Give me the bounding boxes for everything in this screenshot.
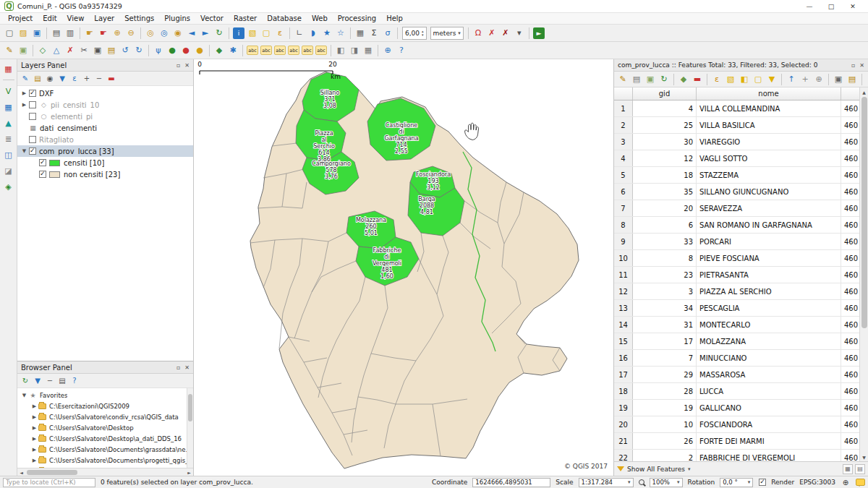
menu-web[interactable]: Web	[307, 13, 333, 24]
table-row[interactable]: 1123PIETRASANTA460	[614, 267, 859, 283]
row-number-cell[interactable]: 8	[614, 217, 633, 233]
show-layout-manager-icon[interactable]: ▥	[64, 27, 77, 40]
row-number-cell[interactable]: 15	[614, 333, 633, 349]
row-number-cell[interactable]: 9	[614, 234, 633, 249]
label-abc-4-icon[interactable]: abc	[288, 46, 299, 55]
label-abc-2-icon[interactable]: abc	[260, 46, 272, 55]
table-cell[interactable]: 460	[841, 100, 859, 116]
table-view-icon[interactable]: ▦	[843, 464, 853, 474]
browser-refresh-icon[interactable]: ↻	[20, 375, 31, 387]
column-header-col3[interactable]	[841, 87, 859, 100]
add-wms-layer-icon[interactable]: ◈	[2, 180, 15, 193]
attr-filter-select-icon[interactable]: ▼	[765, 73, 778, 86]
table-cell[interactable]: 4	[633, 100, 697, 116]
table-cell[interactable]: 3	[633, 283, 697, 299]
toggle-editing-icon[interactable]: ✎	[3, 44, 16, 57]
maximize-button[interactable]: □	[820, 1, 842, 12]
scroll-up-icon[interactable]: ▲	[860, 87, 868, 96]
save-project-icon[interactable]: ▣	[30, 27, 43, 40]
snapping-toggle-icon[interactable]: Ω	[472, 27, 485, 40]
float-panel-icon[interactable]: ▫	[851, 62, 855, 69]
attr-new-field-icon[interactable]: ▦	[865, 73, 868, 86]
scroll-left-ic[interactable]: ◄	[17, 468, 25, 476]
epsg-button[interactable]: EPSG:3003	[799, 479, 835, 486]
table-cell[interactable]: PIAZZA AL SERCHIO	[697, 283, 841, 299]
new-print-layout-icon[interactable]: ▤	[50, 27, 63, 40]
browser-item-fav-6[interactable]: ▶C:\Users\Salvatore\Documents\progetti_q…	[17, 455, 193, 466]
browser-item-fav-5[interactable]: ▶C:\Users\Salvatore\Documents\grassdata\…	[17, 444, 193, 455]
table-row[interactable]: 1517MOLAZZANA460	[614, 333, 859, 350]
table-cell[interactable]: 460	[841, 167, 859, 183]
expander-icon[interactable]: ▶	[30, 414, 38, 420]
attr-paste-icon[interactable]: ▤	[846, 73, 859, 86]
layer-item-elementi-pi[interactable]: ○elementi_pi	[17, 111, 193, 122]
expander-icon[interactable]: ▼	[20, 393, 28, 398]
menu-help[interactable]: Help	[381, 13, 408, 24]
table-row[interactable]: 1828LUCCA460	[614, 383, 859, 400]
new-project-icon[interactable]: ▢	[3, 27, 16, 40]
table-cell[interactable]: MINUCCIANO	[697, 350, 841, 366]
browser-item-fav-1[interactable]: ▶C:\Esercitazioni\QGIS2009	[17, 401, 193, 411]
label-abc-3-icon[interactable]: abc	[274, 46, 286, 55]
table-cell[interactable]: 17	[633, 333, 697, 349]
expander-icon[interactable]: ▼	[20, 148, 28, 154]
magnifier-combo[interactable]: 100%▾	[650, 478, 683, 487]
open-project-icon[interactable]: ▨	[17, 27, 30, 40]
browser-vscrollbar[interactable]	[187, 388, 193, 468]
measure-line-icon[interactable]: ∟	[293, 27, 306, 40]
table-row[interactable]: 167MINUCCIANO460	[614, 350, 859, 367]
table-cell[interactable]: 19	[633, 400, 697, 416]
add-delimited-text-icon[interactable]: ≣	[2, 132, 15, 145]
geometry-check-icon[interactable]: ✗	[499, 27, 512, 40]
table-cell[interactable]: PORCARI	[697, 234, 841, 249]
column-header-nome[interactable]: nome	[697, 87, 841, 100]
field-calculator-icon[interactable]: Σ	[367, 27, 380, 40]
filter-legend-icon[interactable]: ▼	[56, 73, 68, 85]
table-cell[interactable]: 26	[633, 433, 697, 449]
save-layer-edits-icon[interactable]: ▣	[17, 44, 30, 57]
float-panel-icon[interactable]: ▫	[176, 62, 180, 69]
attr-save-edits-icon[interactable]: ▣	[644, 73, 657, 86]
rotation-spinner[interactable]: 0,0 °▾	[720, 478, 753, 487]
table-row[interactable]: 720SERAVEZZA460	[614, 200, 859, 217]
table-cell[interactable]: 460	[841, 150, 859, 166]
label-abc-5-icon[interactable]: abc	[302, 46, 313, 55]
chevron-down-icon[interactable]: ▾	[688, 466, 691, 472]
row-number-cell[interactable]: 22	[614, 450, 633, 461]
browser-filter-icon[interactable]: ▼	[32, 375, 43, 387]
row-number-cell[interactable]: 20	[614, 416, 633, 432]
table-cell[interactable]: SILLANO GIUNCUGNANO	[697, 184, 841, 200]
table-row[interactable]: 108PIEVE FOSCIANA460	[614, 250, 859, 267]
python-console-icon[interactable]: ψ	[152, 44, 165, 57]
table-cell[interactable]: 460	[841, 450, 859, 461]
table-cell[interactable]: 460	[841, 367, 859, 382]
visibility-checkbox[interactable]	[29, 113, 36, 120]
table-row[interactable]: 933PORCARI460	[614, 234, 859, 250]
table-cell[interactable]: PIEVE FOSCIANA	[697, 250, 841, 266]
table-row[interactable]: 2010FOSCIANDORA460	[614, 416, 859, 433]
attribute-vscrollbar[interactable]: ▲ ▼	[859, 87, 868, 461]
table-cell[interactable]: 34	[633, 300, 697, 316]
scroll-down-icon[interactable]: ▼	[860, 453, 868, 461]
add-postgis-layer-icon[interactable]: ◫	[2, 148, 15, 161]
row-number-cell[interactable]: 13	[614, 300, 633, 316]
close-panel-icon[interactable]: ✕	[184, 62, 190, 69]
browser-item-fav-3[interactable]: ▶C:\Users\Salvatore\Desktop	[17, 422, 193, 433]
table-cell[interactable]: 460	[841, 333, 859, 349]
delete-selected-icon[interactable]: ✗	[64, 44, 77, 57]
menu-view[interactable]: View	[62, 13, 90, 24]
table-cell[interactable]: 460	[841, 217, 859, 233]
table-cell[interactable]: 23	[633, 267, 697, 283]
attr-delete-selected-icon[interactable]: ▬	[691, 73, 704, 86]
table-cell[interactable]: 460	[841, 250, 859, 266]
table-cell[interactable]: FOSCIANDORA	[697, 416, 841, 432]
table-row[interactable]: 222FABBRICHE DI VERGEMOLI460	[614, 450, 859, 461]
row-number-cell[interactable]: 14	[614, 317, 633, 333]
table-row[interactable]: 518STAZZEMA460	[614, 167, 859, 184]
paste-features-icon[interactable]: ▤	[105, 44, 118, 57]
table-row[interactable]: 2126FORTE DEI MARMI460	[614, 433, 859, 450]
minimize-button[interactable]: —	[799, 1, 820, 12]
menu-vector[interactable]: Vector	[195, 13, 229, 24]
manage-map-themes-icon[interactable]: ◉	[44, 73, 56, 85]
statistics-summary-icon[interactable]: σ	[381, 27, 394, 40]
